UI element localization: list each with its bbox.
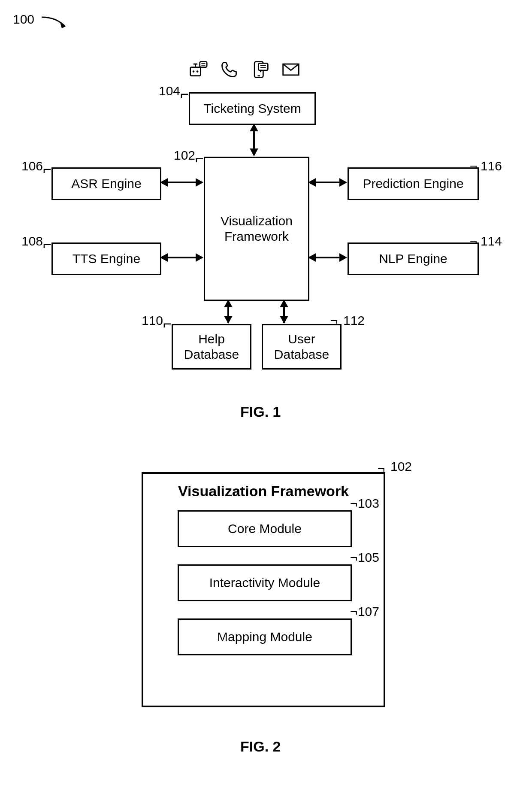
hook-icon: ⌐ (350, 550, 358, 565)
sms-icon (251, 60, 269, 79)
vf-line1: Visualization (221, 213, 293, 229)
helpdb-line2: Database (184, 347, 239, 362)
arrow-head-icon (250, 149, 258, 156)
hook-icon: ⌐ (350, 496, 358, 511)
svg-rect-6 (200, 62, 207, 67)
ref-112: 112 (343, 313, 365, 328)
hook-icon: ⌐ (43, 236, 51, 253)
arrow-head-icon (224, 316, 233, 324)
hook-icon: ⌐ (163, 315, 172, 332)
arrow-head-icon (308, 253, 316, 262)
ticketing-system-label: Ticketing System (203, 101, 301, 116)
ref-105: 105 (358, 550, 379, 565)
ticketing-system-box: Ticketing System (189, 92, 316, 125)
core-module-box: Core Module (178, 510, 352, 547)
arrow-head-icon (250, 124, 258, 131)
userdb-line1: User (288, 331, 315, 347)
ref-102: 102 (174, 148, 195, 163)
email-icon (281, 60, 300, 79)
mapping-module-box: Mapping Module (178, 618, 352, 655)
core-module-label: Core Module (228, 521, 302, 536)
hook-icon: ⌐ (350, 604, 358, 619)
ref-108: 108 (21, 234, 43, 249)
arrow-head-icon (196, 253, 203, 262)
arrow-head-icon (308, 178, 316, 187)
help-database-box: Help Database (172, 324, 251, 370)
phone-icon (220, 60, 239, 79)
prediction-engine-box: Prediction Engine (348, 167, 479, 200)
svg-rect-12 (258, 63, 268, 70)
hook-icon: ⌐ (43, 161, 51, 178)
arrow-head-icon (224, 300, 233, 307)
user-database-box: User Database (262, 324, 342, 370)
channel-icons (189, 60, 300, 79)
svg-marker-15 (260, 70, 263, 73)
tts-engine-label: TTS Engine (73, 251, 140, 267)
ref-100-leader-icon (39, 14, 74, 35)
chatbot-icon (189, 60, 208, 79)
fig2-caption: FIG. 2 (240, 738, 281, 755)
ref-103: 103 (358, 496, 379, 511)
nlp-engine-box: NLP Engine (348, 242, 479, 275)
vf-line2: Framework (224, 229, 289, 244)
interactivity-module-label: Interactivity Module (209, 575, 320, 591)
userdb-line2: Database (274, 347, 329, 362)
arrow-head-icon (160, 253, 168, 262)
visualization-framework-box: Visualization Framework (204, 157, 309, 301)
svg-point-3 (196, 70, 199, 73)
ref-107: 107 (358, 604, 379, 619)
svg-point-2 (193, 70, 195, 73)
arrow-head-icon (160, 178, 168, 187)
arrow-head-icon (280, 316, 288, 324)
arrow-head-icon (196, 178, 203, 187)
svg-rect-1 (190, 67, 201, 76)
ref-104: 104 (159, 84, 180, 98)
ref-114: 114 (481, 234, 502, 249)
ref-110: 110 (142, 313, 163, 328)
hook-icon: ⌐ (180, 86, 189, 103)
ref-100: 100 (13, 12, 34, 27)
arrow-head-icon (339, 253, 347, 262)
asr-engine-label: ASR Engine (71, 176, 141, 191)
interactivity-module-box: Interactivity Module (178, 564, 352, 601)
nlp-engine-label: NLP Engine (379, 251, 447, 267)
helpdb-line1: Help (198, 331, 225, 347)
tts-engine-box: TTS Engine (51, 242, 161, 275)
asr-engine-box: ASR Engine (51, 167, 161, 200)
prediction-engine-label: Prediction Engine (363, 176, 463, 191)
ref-116: 116 (481, 159, 502, 173)
mapping-module-label: Mapping Module (217, 629, 312, 645)
page: 100 104 (0, 0, 532, 791)
vf-title: Visualization Framework (178, 482, 349, 500)
arrow-head-icon (280, 300, 288, 307)
fig1-caption: FIG. 1 (240, 403, 281, 420)
ref-102-fig2: 102 (390, 459, 412, 474)
ref-106: 106 (21, 159, 43, 173)
hook-icon: ⌐ (195, 150, 204, 167)
arrow-head-icon (339, 178, 347, 187)
vf-outer-box: Visualization Framework ⌐ 103 Core Modul… (142, 472, 385, 707)
